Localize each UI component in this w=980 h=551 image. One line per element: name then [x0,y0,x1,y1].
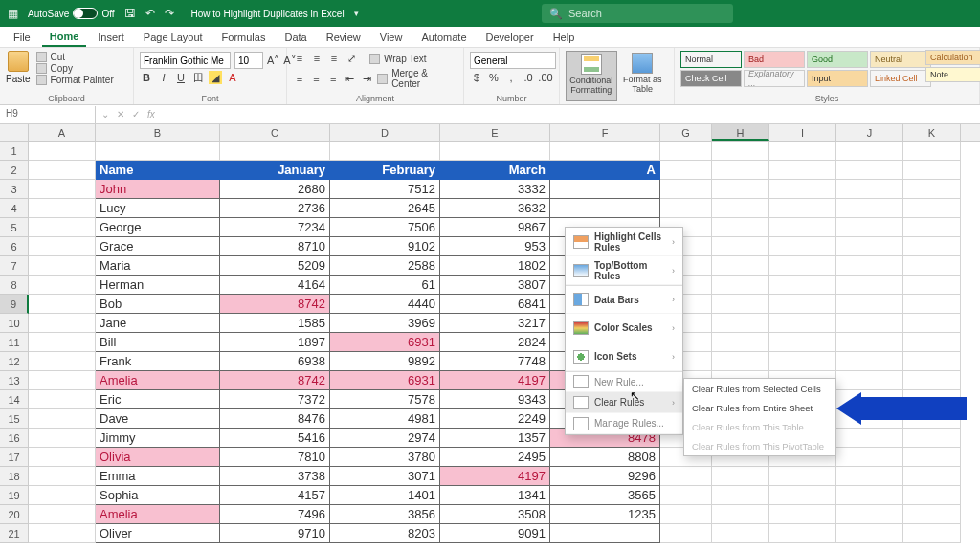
cell[interactable] [769,333,836,352]
indent-inc-icon[interactable]: ⇥ [361,72,374,85]
tab-page-layout[interactable]: Page Layout [136,29,211,46]
cell[interactable] [836,276,903,295]
style-check[interactable]: Check Cell [680,70,742,87]
cell[interactable] [712,505,769,524]
cell[interactable] [29,314,96,333]
cell[interactable] [330,142,440,161]
cell[interactable]: 2824 [440,333,550,352]
cell[interactable] [836,333,903,352]
cell[interactable] [220,142,330,161]
style-bad[interactable]: Bad [744,51,805,68]
cancel-icon[interactable]: ✕ [117,109,124,120]
cut-button[interactable]: Cut [36,52,114,62]
save-icon[interactable]: 🖫 [124,7,136,20]
cell[interactable]: 3856 [330,505,440,524]
cell[interactable] [903,486,961,505]
cell[interactable] [836,256,903,276]
align-right-icon[interactable]: ≡ [326,72,340,85]
cell[interactable]: 8742 [220,371,330,390]
cell[interactable] [836,295,903,314]
fx-icon[interactable]: fx [147,109,155,120]
cell[interactable]: 2736 [220,199,330,218]
cell[interactable] [903,199,961,218]
cell[interactable]: 4197 [440,371,550,390]
cell[interactable]: 2588 [330,256,440,276]
cell[interactable] [903,180,961,199]
cell[interactable] [769,218,836,237]
cell[interactable]: 4981 [330,409,440,429]
cell[interactable] [836,505,903,524]
menu-top-bottom-rules[interactable]: Top/Bottom Rules› [566,256,682,285]
cell[interactable] [769,237,836,256]
cell[interactable]: 9102 [330,237,440,256]
cell[interactable]: Sophia [96,486,220,505]
cell[interactable] [660,199,712,218]
align-top-icon[interactable]: ≡ [293,52,306,65]
redo-icon[interactable]: ↷ [165,7,174,20]
cell[interactable] [903,448,961,467]
row-header[interactable]: 2 [0,161,29,180]
cell[interactable]: 8476 [220,409,330,429]
orientation-icon[interactable]: ⤢ [345,52,358,65]
align-left-icon[interactable]: ≡ [293,72,306,85]
cell[interactable]: 6931 [330,333,440,352]
cell[interactable]: 3738 [220,467,330,486]
tab-home[interactable]: Home [42,28,87,47]
cell[interactable]: Bob [96,295,220,314]
cell[interactable] [29,505,96,524]
cell[interactable] [769,256,836,276]
cell[interactable]: John [96,180,220,199]
cell[interactable] [29,218,96,237]
cell[interactable] [903,467,961,486]
col-e[interactable]: E [440,124,550,141]
row-header[interactable]: 16 [0,429,29,448]
menu-highlight-cells-rules[interactable]: Highlight Cells Rules› [566,228,682,256]
cell[interactable] [769,467,836,486]
cell[interactable] [550,142,660,161]
name-box[interactable]: H9 [0,106,96,123]
cell[interactable]: 3632 [440,199,550,218]
cell[interactable] [29,352,96,371]
cell[interactable]: 3969 [330,314,440,333]
cell[interactable]: 9343 [440,390,550,409]
row-header[interactable]: 21 [0,524,29,543]
increase-font-icon[interactable]: A˄ [267,54,279,67]
row-header[interactable]: 5 [0,218,29,237]
cell[interactable] [903,429,961,448]
cell[interactable]: 2680 [220,180,330,199]
cell[interactable] [903,371,961,390]
cell[interactable] [29,237,96,256]
cell[interactable] [769,199,836,218]
cell[interactable] [769,524,836,543]
col-i[interactable]: I [769,124,836,141]
cell[interactable]: 2645 [330,199,440,218]
cell[interactable]: Jimmy [96,429,220,448]
cell[interactable]: 8808 [550,448,660,467]
cell[interactable]: Oliver [96,524,220,543]
cell[interactable]: 6841 [440,295,550,314]
cell[interactable] [29,429,96,448]
formula-bar[interactable]: ⌄ ✕ ✓ fx [96,109,161,120]
cell[interactable] [660,486,712,505]
menu-new-rule[interactable]: New Rule... [566,371,682,392]
row-header[interactable]: 1 [0,142,29,161]
cell[interactable] [836,180,903,199]
cell[interactable]: Dave [96,409,220,429]
cell[interactable] [903,524,961,543]
cell[interactable] [903,218,961,237]
search-input[interactable]: 🔍 Search [542,4,733,23]
cell[interactable] [836,314,903,333]
cell[interactable]: 1585 [220,314,330,333]
cell[interactable]: 6938 [220,352,330,371]
menu-clear-rules[interactable]: Clear Rules› [566,392,682,413]
cell[interactable] [836,429,903,448]
cell[interactable]: 2495 [440,448,550,467]
cell[interactable] [712,486,769,505]
cell[interactable]: Amelia [96,371,220,390]
style-explanatory[interactable]: Explanatory ... [744,70,805,87]
cell[interactable] [712,524,769,543]
cell[interactable]: 1357 [440,429,550,448]
cell[interactable] [660,142,712,161]
cell[interactable] [836,371,903,390]
cell[interactable] [29,295,96,314]
